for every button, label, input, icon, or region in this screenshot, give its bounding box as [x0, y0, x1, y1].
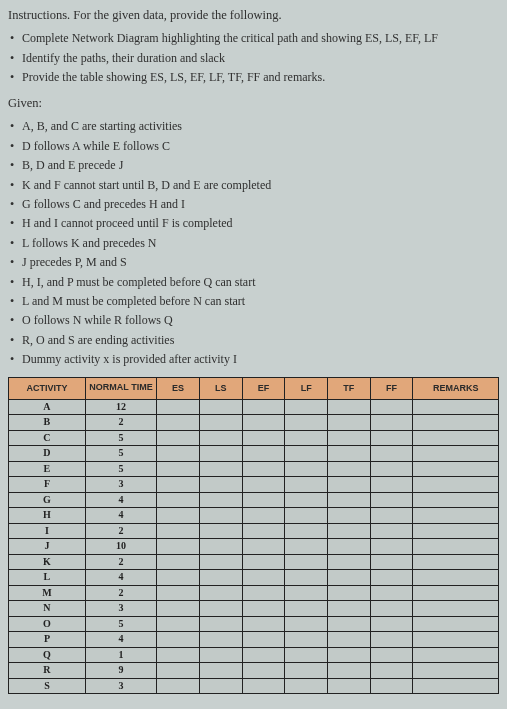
cell-normal-time: 10 — [85, 539, 156, 555]
cell-empty — [157, 663, 200, 679]
requirements-list: Complete Network Diagram highlighting th… — [8, 30, 499, 86]
cell-empty — [157, 477, 200, 493]
cell-empty — [242, 616, 285, 632]
col-remarks: REMARKS — [413, 377, 499, 399]
cell-empty — [199, 647, 242, 663]
cell-empty — [242, 554, 285, 570]
cell-empty — [285, 523, 328, 539]
cell-empty — [413, 539, 499, 555]
given-item: O follows N while R follows Q — [8, 312, 499, 329]
cell-empty — [370, 647, 413, 663]
table-row: S3 — [9, 678, 499, 694]
cell-empty — [328, 523, 371, 539]
cell-empty — [157, 461, 200, 477]
cell-normal-time: 3 — [85, 678, 156, 694]
cell-empty — [242, 678, 285, 694]
cell-empty — [285, 492, 328, 508]
cell-empty — [199, 461, 242, 477]
cell-empty — [370, 446, 413, 462]
cell-activity: A — [9, 399, 86, 415]
cell-empty — [370, 632, 413, 648]
cell-normal-time: 5 — [85, 616, 156, 632]
given-heading: Given: — [8, 94, 499, 112]
cell-empty — [370, 523, 413, 539]
cell-empty — [242, 446, 285, 462]
cell-empty — [413, 601, 499, 617]
cell-empty — [199, 632, 242, 648]
cell-empty — [413, 477, 499, 493]
cell-empty — [370, 415, 413, 431]
cell-normal-time: 4 — [85, 570, 156, 586]
requirement-item: Complete Network Diagram highlighting th… — [8, 30, 499, 47]
cell-empty — [328, 585, 371, 601]
cell-empty — [328, 663, 371, 679]
cell-empty — [413, 663, 499, 679]
cell-empty — [157, 539, 200, 555]
cell-empty — [242, 585, 285, 601]
cell-empty — [413, 647, 499, 663]
cell-empty — [285, 632, 328, 648]
cell-empty — [199, 601, 242, 617]
cell-normal-time: 2 — [85, 523, 156, 539]
cell-empty — [370, 585, 413, 601]
table-row: D5 — [9, 446, 499, 462]
cell-normal-time: 2 — [85, 554, 156, 570]
cell-empty — [413, 523, 499, 539]
cell-normal-time: 12 — [85, 399, 156, 415]
cell-empty — [328, 678, 371, 694]
cell-empty — [242, 663, 285, 679]
cell-empty — [199, 585, 242, 601]
cell-normal-time: 5 — [85, 461, 156, 477]
cell-empty — [370, 601, 413, 617]
cell-empty — [285, 539, 328, 555]
cell-empty — [413, 554, 499, 570]
cell-empty — [157, 492, 200, 508]
cell-empty — [157, 632, 200, 648]
cell-empty — [242, 492, 285, 508]
cell-empty — [328, 446, 371, 462]
cell-empty — [199, 430, 242, 446]
given-item: L follows K and precedes N — [8, 235, 499, 252]
given-list: A, B, and C are starting activities D fo… — [8, 118, 499, 368]
cell-activity: K — [9, 554, 86, 570]
cell-activity: C — [9, 430, 86, 446]
cell-normal-time: 5 — [85, 430, 156, 446]
cell-activity: Q — [9, 647, 86, 663]
cell-empty — [370, 508, 413, 524]
cell-normal-time: 1 — [85, 647, 156, 663]
cell-empty — [157, 430, 200, 446]
cell-empty — [413, 508, 499, 524]
cell-empty — [199, 678, 242, 694]
cell-empty — [199, 492, 242, 508]
cell-activity: I — [9, 523, 86, 539]
cell-empty — [328, 632, 371, 648]
table-row: G4 — [9, 492, 499, 508]
cell-activity: N — [9, 601, 86, 617]
cell-empty — [242, 415, 285, 431]
col-ls: LS — [199, 377, 242, 399]
cell-empty — [242, 461, 285, 477]
cell-empty — [328, 508, 371, 524]
cell-activity: B — [9, 415, 86, 431]
cell-empty — [199, 415, 242, 431]
cell-empty — [328, 492, 371, 508]
col-activity: ACTIVITY — [9, 377, 86, 399]
cell-normal-time: 4 — [85, 508, 156, 524]
cell-empty — [285, 399, 328, 415]
cell-activity: L — [9, 570, 86, 586]
instructions-heading: Instructions. For the given data, provid… — [8, 6, 499, 24]
cell-empty — [413, 585, 499, 601]
cell-empty — [413, 399, 499, 415]
table-body: A12B2C5D5E5F3G4H4I2J10K2L4M2N3O5P4Q1R9S3 — [9, 399, 499, 694]
cell-empty — [413, 678, 499, 694]
given-item: Dummy activity x is provided after activ… — [8, 351, 499, 368]
cell-empty — [370, 399, 413, 415]
cell-normal-time: 4 — [85, 492, 156, 508]
cell-empty — [370, 430, 413, 446]
cell-empty — [199, 399, 242, 415]
cell-empty — [157, 601, 200, 617]
cell-empty — [370, 539, 413, 555]
cell-activity: F — [9, 477, 86, 493]
cell-empty — [285, 663, 328, 679]
table-row: O5 — [9, 616, 499, 632]
